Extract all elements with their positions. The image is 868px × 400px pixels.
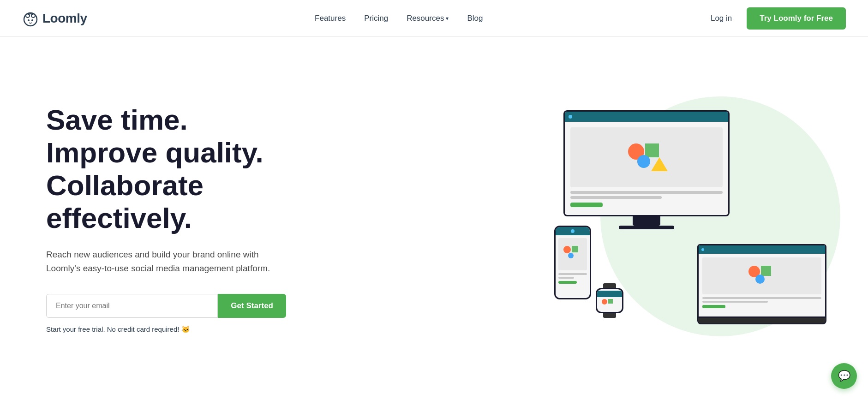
watch-art-1 bbox=[602, 299, 607, 304]
hero-headline: Save time. Improve quality. Collaborate … bbox=[46, 103, 332, 235]
email-input[interactable] bbox=[46, 294, 218, 318]
monitor-dot bbox=[569, 115, 572, 119]
laptop-topbar bbox=[699, 245, 825, 254]
phone-topbar bbox=[556, 227, 590, 235]
logo-text: Loomly bbox=[42, 11, 87, 26]
nav-right: Log in Try Loomly for Free bbox=[711, 7, 846, 30]
laptop-art-2 bbox=[761, 266, 771, 276]
monitor-inner-screen bbox=[570, 127, 723, 187]
try-free-button[interactable]: Try Loomly for Free bbox=[747, 7, 846, 30]
phone-line-2 bbox=[558, 277, 574, 279]
laptop-green-bar bbox=[702, 305, 725, 308]
watch-body bbox=[596, 288, 623, 313]
nav-resources[interactable]: Resources ▾ bbox=[407, 14, 449, 23]
chat-bubble[interactable]: 💬 bbox=[831, 363, 857, 389]
hero-subtext: Reach new audiences and build your brand… bbox=[46, 248, 286, 276]
nav-blog[interactable]: Blog bbox=[467, 14, 483, 23]
laptop-screen bbox=[697, 244, 826, 318]
laptop-dot bbox=[701, 248, 704, 251]
art-shape-green bbox=[645, 143, 659, 157]
phone-line-1 bbox=[558, 273, 587, 275]
headline-line1: Save time. bbox=[46, 104, 188, 136]
phone-dot bbox=[571, 229, 575, 233]
headline-line2: Improve quality. bbox=[46, 137, 263, 168]
svg-point-4 bbox=[31, 19, 33, 21]
phone-art-2 bbox=[572, 246, 578, 252]
laptop-content bbox=[699, 254, 825, 312]
phone-body bbox=[554, 226, 591, 299]
chat-icon: 💬 bbox=[838, 370, 850, 382]
email-form: Get Started bbox=[46, 294, 286, 318]
laptop-base bbox=[697, 318, 826, 324]
monitor-line-1 bbox=[570, 191, 723, 194]
watch-topbar bbox=[597, 291, 622, 297]
laptop-art bbox=[747, 264, 777, 287]
hero-section: Save time. Improve quality. Collaborate … bbox=[0, 37, 868, 400]
nav-pricing[interactable]: Pricing bbox=[364, 14, 388, 23]
watch-strap-top bbox=[603, 283, 616, 288]
art-shape-blue bbox=[637, 155, 650, 168]
monitor-text-lines bbox=[570, 191, 723, 199]
phone-illustration bbox=[554, 226, 591, 299]
logo[interactable]: Loomly bbox=[22, 10, 87, 27]
monitor-topbar bbox=[565, 112, 728, 122]
phone-art-3 bbox=[568, 253, 574, 258]
laptop-text-lines bbox=[702, 297, 821, 303]
art-shape-yellow bbox=[651, 157, 668, 171]
monitor-art bbox=[626, 141, 667, 173]
monitor-line-2 bbox=[570, 196, 662, 199]
laptop-illustration bbox=[697, 244, 826, 336]
watch-illustration bbox=[596, 283, 623, 318]
watch-art-2 bbox=[608, 299, 613, 304]
loomly-logo-icon bbox=[22, 10, 39, 27]
headline-line3: Collaborate effectively. bbox=[46, 169, 204, 234]
phone-green-bar bbox=[558, 281, 577, 284]
nav-resources-label: Resources bbox=[407, 14, 444, 23]
navbar: Loomly Features Pricing Resources ▾ Blog… bbox=[0, 0, 868, 37]
monitor-green-bar bbox=[570, 203, 603, 207]
phone-inner-screen bbox=[558, 238, 587, 270]
monitor-screen bbox=[563, 110, 730, 216]
monitor-illustration bbox=[563, 110, 730, 239]
login-link[interactable]: Log in bbox=[711, 14, 732, 23]
laptop-line-1 bbox=[702, 297, 821, 299]
laptop-inner-screen bbox=[702, 257, 821, 294]
chevron-down-icon: ▾ bbox=[446, 15, 449, 22]
laptop-art-3 bbox=[755, 275, 765, 284]
phone-content bbox=[556, 235, 590, 287]
laptop-line-2 bbox=[702, 301, 768, 303]
trial-text: Start your free trial. No credit card re… bbox=[46, 325, 332, 334]
phone-art bbox=[563, 246, 582, 262]
monitor-stand bbox=[633, 216, 660, 226]
svg-point-3 bbox=[28, 19, 30, 21]
watch-art bbox=[602, 299, 618, 310]
get-started-button[interactable]: Get Started bbox=[218, 294, 286, 318]
nav-features[interactable]: Features bbox=[315, 14, 346, 23]
hero-left: Save time. Improve quality. Collaborate … bbox=[46, 103, 332, 334]
watch-strap-bottom bbox=[603, 313, 616, 318]
hero-illustration bbox=[545, 92, 831, 346]
phone-art-1 bbox=[563, 246, 571, 253]
monitor-base bbox=[619, 226, 674, 229]
nav-links: Features Pricing Resources ▾ Blog bbox=[315, 14, 483, 23]
monitor-content bbox=[565, 122, 728, 213]
